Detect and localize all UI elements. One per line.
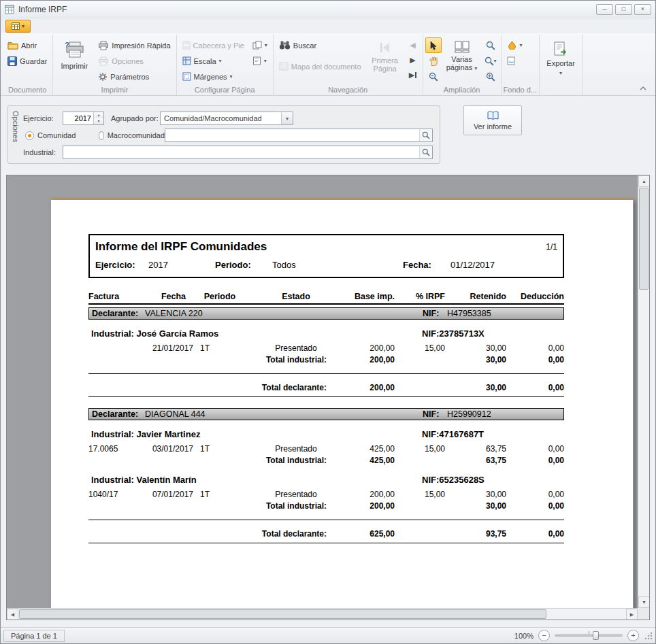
horizontal-scroll-thumb[interactable] (19, 609, 546, 619)
first-page-icon (378, 41, 392, 54)
options-panel: Opciones Ejercicio: ▴ ▾ Agrupado por: Co… (7, 105, 440, 164)
meta-fecha-label: Fecha: (403, 260, 431, 270)
window-controls: ─ □ × (596, 4, 651, 15)
ribbon-tab-row: ▾ (1, 18, 655, 33)
exportar-button[interactable]: Exportar ▾ (542, 37, 580, 84)
industrial-search-button[interactable] (419, 146, 432, 158)
titlebar[interactable]: Informe IRPF ─ □ × (1, 1, 655, 18)
zoom-lista-button[interactable]: ▾ (482, 53, 499, 69)
chevron-up-icon (640, 86, 646, 90)
zoom-herramienta-button[interactable] (482, 37, 499, 53)
meta-periodo-value: Todos (272, 260, 296, 270)
ribbon-group-documento: Abrir Guardar Documento (2, 35, 53, 95)
color-fondo-button[interactable]: ▾ (504, 37, 526, 53)
marca-agua-button[interactable] (504, 53, 519, 69)
scroll-up-button[interactable]: ▲ (638, 175, 650, 187)
caret-down-icon: ▾ (474, 65, 477, 71)
industrial-label: Industrial: (23, 148, 63, 156)
tamano-papel-button[interactable]: ▾ (249, 53, 271, 69)
orientacion-pagina-button[interactable]: ▾ (249, 37, 271, 53)
group-label-documento: Documento (4, 85, 50, 95)
spin-up-button[interactable]: ▴ (94, 112, 103, 118)
mapa-documento-button[interactable]: Mapa del documento (276, 58, 365, 74)
column-header: % IRPF (395, 292, 445, 301)
ultima-pagina-button[interactable]: ▶ (406, 67, 421, 82)
agrupado-por-combo[interactable]: Comunidad/Macrocomunidad ▾ (160, 112, 293, 125)
close-button[interactable]: × (634, 4, 651, 15)
scroll-left-button[interactable]: ◀ (7, 609, 18, 620)
maximize-button[interactable]: □ (615, 4, 632, 15)
scrollbar-corner (638, 608, 649, 620)
ejercicio-input[interactable] (63, 112, 93, 124)
ribbon-collapse-button[interactable] (637, 82, 649, 92)
total-declarante-row: Total declarante:625,0093,750,00 (88, 520, 564, 543)
pagina-siguiente-button[interactable]: ▶ (406, 52, 421, 67)
comunidad-searchbox (165, 129, 433, 142)
total-industrial-row: Total industrial:425,0063,750,00 (88, 456, 564, 466)
meta-ejercicio-label: Ejercicio: (95, 260, 135, 270)
binoculars-icon (279, 41, 291, 50)
industrial-header: Industrial: José García Ramos NIF:237857… (88, 328, 564, 339)
puntero-raton-button[interactable] (425, 37, 442, 53)
guardar-button[interactable]: Guardar (4, 53, 50, 69)
radio-comunidad[interactable]: Comunidad (25, 131, 99, 140)
multiple-pages-icon (455, 41, 470, 53)
imprimir-button[interactable]: ? Imprimir (55, 37, 93, 84)
opciones-impresion-button[interactable]: Opciones (95, 53, 174, 69)
margenes-button[interactable]: Márgenes ▾ (179, 69, 248, 84)
printer-large-icon: ? (63, 41, 85, 60)
zoom-slider-track[interactable] (555, 634, 623, 637)
radio-macrocomunidad[interactable]: Macrocomunidad (99, 131, 165, 140)
varias-paginas-button[interactable]: Varias páginas ▾ (443, 37, 481, 84)
escala-button[interactable]: Escala ▾ (179, 53, 248, 69)
ribbon: Abrir Guardar Documento ? Imprimir (1, 33, 655, 96)
acercar-button[interactable] (482, 69, 499, 84)
comunidad-input[interactable] (165, 129, 419, 141)
ribbon-group-imprimir: ? Imprimir Impresión Rápida Opciones Par… (53, 35, 176, 95)
parametros-button[interactable]: Parámetros (95, 69, 174, 84)
vertical-scroll-thumb[interactable] (639, 188, 649, 290)
vertical-scrollbar[interactable]: ▲ ▼ (638, 175, 649, 608)
hand-icon (429, 56, 438, 66)
page-info: Página 1 de 1 (3, 630, 65, 642)
agrupado-por-label: Agrupado por: (111, 114, 160, 122)
zoom-out-icon (429, 72, 438, 82)
ver-informe-button[interactable]: Ver informe (463, 105, 522, 135)
invoice-row: 1040/1707/01/20171TPresentado200,0015,00… (88, 490, 564, 500)
report-header-box: Informe del IRPF Comunidades 1/1 Ejercic… (88, 234, 564, 278)
pagina-anterior-button[interactable]: ◀ (406, 37, 421, 52)
abrir-button[interactable]: Abrir (4, 37, 40, 53)
comunidad-search-button[interactable] (419, 129, 432, 141)
combo-dropdown-button[interactable]: ▾ (281, 112, 293, 124)
window-title: Informe IRPF (18, 5, 67, 14)
zoom-in-icon (486, 72, 495, 82)
cabecera-pie-button[interactable]: Cabecera y Pie (179, 37, 248, 53)
spin-down-button[interactable]: ▾ (94, 118, 103, 124)
app-menu-button[interactable]: ▾ (5, 20, 31, 33)
ribbon-group-navegacion: Buscar Mapa del documento Primera Página… (274, 35, 423, 95)
industrial-input[interactable] (63, 146, 419, 158)
invoice-row: 21/01/20171TPresentado200,0015,0030,000,… (88, 343, 564, 354)
minimize-button[interactable]: ─ (596, 4, 613, 15)
buscar-button[interactable]: Buscar (276, 37, 365, 53)
scroll-right-button[interactable]: ▶ (626, 609, 638, 620)
horizontal-scrollbar[interactable]: ◀ ▶ (7, 608, 638, 620)
herramienta-mano-button[interactable] (425, 53, 442, 69)
parameters-gear-icon (98, 72, 108, 82)
prev-page-icon: ◀ (410, 41, 415, 50)
meta-ejercicio-value: 2017 (148, 260, 168, 270)
preview-area[interactable]: Informe del IRPF Comunidades 1/1 Ejercic… (6, 175, 650, 620)
ejercicio-label: Ejercicio: (23, 114, 63, 122)
zoom-out-button[interactable]: − (538, 630, 550, 641)
primera-pagina-button[interactable]: Primera Página (366, 37, 404, 84)
scroll-down-button[interactable]: ▼ (638, 596, 650, 608)
search-icon (422, 148, 430, 156)
column-header: Estado (244, 292, 328, 301)
invoice-row: 17.006503/01/20171TPresentado425,0015,00… (88, 444, 564, 454)
impresion-rapida-button[interactable]: Impresión Rápida (95, 37, 174, 53)
zoom-slider-thumb[interactable] (593, 631, 599, 640)
resize-grip[interactable] (644, 631, 653, 640)
zoom-slider[interactable] (555, 630, 623, 641)
zoom-in-button[interactable]: + (627, 630, 639, 641)
alejar-button[interactable] (425, 69, 442, 84)
